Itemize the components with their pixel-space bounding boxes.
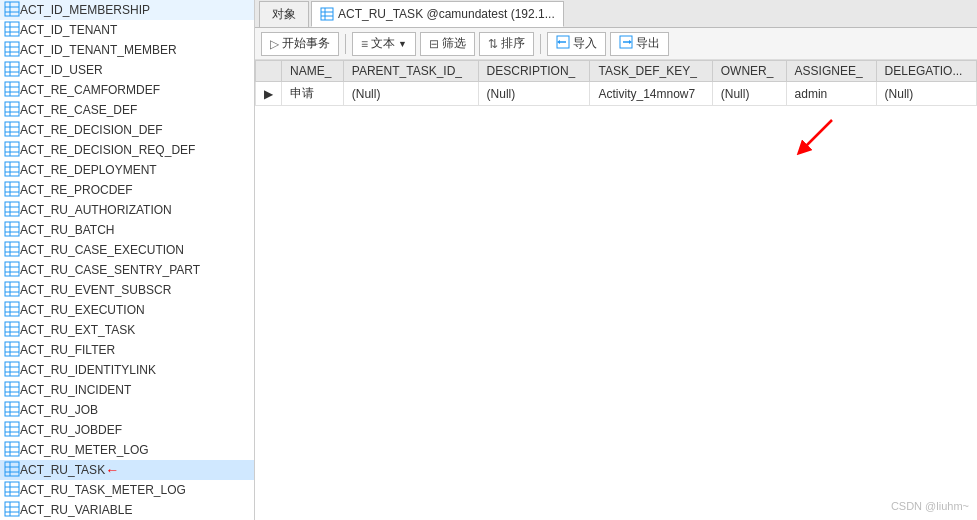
sidebar-item-label: ACT_RU_CASE_EXECUTION [20,243,184,257]
sidebar-item[interactable]: ACT_RU_IDENTITYLINK [0,360,254,380]
sidebar-item[interactable]: ACT_RU_AUTHORIZATION [0,200,254,220]
start-transaction-label: 开始事务 [282,35,330,52]
svg-rect-84 [5,422,19,436]
table-icon [4,321,20,340]
selected-arrow-icon: ← [105,462,119,478]
sidebar-item[interactable]: ACT_RU_EVENT_SUBSCR [0,280,254,300]
svg-rect-36 [5,182,19,196]
export-button[interactable]: 导出 [610,32,669,56]
sidebar-item-label: ACT_RU_IDENTITYLINK [20,363,156,377]
export-icon [619,35,633,52]
col-description[interactable]: DESCRIPTION_ [478,61,590,82]
sidebar-item[interactable]: ACT_RU_CASE_SENTRY_PART [0,260,254,280]
sidebar-item[interactable]: ACT_RU_EXECUTION [0,300,254,320]
import-label: 导入 [573,35,597,52]
svg-rect-12 [5,62,19,76]
sidebar-item-label: ACT_RU_TASK_METER_LOG [20,483,186,497]
table-icon [4,421,20,440]
sidebar-item-label: ACT_RE_CAMFORMDEF [20,83,160,97]
tab-query[interactable]: ACT_RU_TASK @camundatest (192.1... [311,1,564,27]
sidebar-item[interactable]: ACT_ID_USER [0,60,254,80]
col-arrow [256,61,282,82]
text-label: 文本 [371,35,395,52]
sidebar-item[interactable]: ACT_RE_CAMFORMDEF [0,80,254,100]
sidebar-item-label: ACT_RE_DEPLOYMENT [20,163,157,177]
sidebar-item[interactable]: ACT_RU_VARIABLE [0,500,254,520]
svg-rect-96 [5,482,19,496]
table-icon [4,21,20,40]
sidebar-item[interactable]: ACT_RU_TASK ← [0,460,254,480]
sidebar-item[interactable]: ACT_RU_CASE_EXECUTION [0,240,254,260]
sidebar-item-label: ACT_RE_CASE_DEF [20,103,137,117]
table-icon [4,1,20,20]
table-icon [4,261,20,280]
sidebar-item-label: ACT_RU_EXT_TASK [20,323,135,337]
table-icon [4,481,20,500]
tab-query-label: ACT_RU_TASK @camundatest (192.1... [338,7,555,21]
svg-rect-68 [5,342,19,356]
sidebar-item[interactable]: ACT_RU_INCIDENT [0,380,254,400]
sidebar-item[interactable]: ACT_RU_METER_LOG [0,440,254,460]
col-parent-task-id[interactable]: PARENT_TASK_ID_ [343,61,478,82]
sidebar-item[interactable]: ACT_RE_PROCDEF [0,180,254,200]
filter-icon: ⊟ [429,37,439,51]
separator-2 [540,34,541,54]
col-owner[interactable]: OWNER_ [712,61,786,82]
sidebar-item-label: ACT_ID_USER [20,63,103,77]
sidebar-table-list[interactable]: ACT_ID_MEMBERSHIP ACT_ID_TENANT ACT_ID_T… [0,0,254,520]
table-icon [4,501,20,520]
sidebar-item[interactable]: ACT_RU_JOBDEF [0,420,254,440]
sidebar-item[interactable]: ACT_RE_DEPLOYMENT [0,160,254,180]
svg-rect-88 [5,442,19,456]
data-grid-area[interactable]: NAME_ PARENT_TASK_ID_ DESCRIPTION_ TASK_… [255,60,977,520]
toolbar: ▷ 开始事务 ≡ 文本 ▼ ⊟ 筛选 ⇅ 排序 导入 导出 [255,28,977,60]
table-cell: admin [786,82,876,106]
red-arrow-annotation [777,115,837,168]
table-cell: (Null) [343,82,478,106]
sidebar-item[interactable]: ACT_RU_EXT_TASK [0,320,254,340]
svg-rect-0 [5,2,19,16]
sidebar-item[interactable]: ACT_ID_MEMBERSHIP [0,0,254,20]
sidebar-item-label: ACT_RU_JOBDEF [20,423,122,437]
sidebar-item-label: ACT_ID_TENANT [20,23,117,37]
table-icon [4,61,20,80]
sidebar-item[interactable]: ACT_ID_TENANT [0,20,254,40]
col-delegation[interactable]: DELEGATIO... [876,61,976,82]
table-icon [4,161,20,180]
sidebar-item[interactable]: ACT_RE_DECISION_DEF [0,120,254,140]
sidebar-item[interactable]: ACT_RE_CASE_DEF [0,100,254,120]
col-name[interactable]: NAME_ [282,61,344,82]
tab-objects[interactable]: 对象 [259,1,309,27]
sidebar-item-label: ACT_RE_DECISION_REQ_DEF [20,143,195,157]
import-button[interactable]: 导入 [547,32,606,56]
sidebar-item[interactable]: ACT_RU_JOB [0,400,254,420]
sidebar-item-label: ACT_RE_PROCDEF [20,183,133,197]
svg-rect-48 [5,242,19,256]
table-icon [4,441,20,460]
svg-rect-104 [321,8,333,20]
sidebar-item[interactable]: ACT_RU_FILTER [0,340,254,360]
table-cell: (Null) [712,82,786,106]
sidebar-item[interactable]: ACT_ID_TENANT_MEMBER [0,40,254,60]
sidebar-item[interactable]: ACT_RU_TASK_METER_LOG [0,480,254,500]
sidebar-item[interactable]: ACT_RE_DECISION_REQ_DEF [0,140,254,160]
col-task-def-key[interactable]: TASK_DEF_KEY_ [590,61,712,82]
sidebar: ACT_ID_MEMBERSHIP ACT_ID_TENANT ACT_ID_T… [0,0,255,520]
sidebar-item-label: ACT_ID_TENANT_MEMBER [20,43,177,57]
table-icon [4,181,20,200]
table-icon [4,121,20,140]
filter-button[interactable]: ⊟ 筛选 [420,32,475,56]
sort-button[interactable]: ⇅ 排序 [479,32,534,56]
text-button[interactable]: ≡ 文本 ▼ [352,32,416,56]
table-cell: Activity_14mnow7 [590,82,712,106]
table-row[interactable]: ▶申请(Null)(Null)Activity_14mnow7(Null)adm… [256,82,977,106]
col-assignee[interactable]: ASSIGNEE_ [786,61,876,82]
start-transaction-button[interactable]: ▷ 开始事务 [261,32,339,56]
table-icon [4,241,20,260]
main-content: 对象 ACT_RU_TASK @camundatest (192.1... ▷ … [255,0,977,520]
sort-label: 排序 [501,35,525,52]
table-icon [4,361,20,380]
sidebar-item[interactable]: ACT_RU_BATCH [0,220,254,240]
sidebar-item-label: ACT_RU_JOB [20,403,98,417]
table-icon [4,281,20,300]
